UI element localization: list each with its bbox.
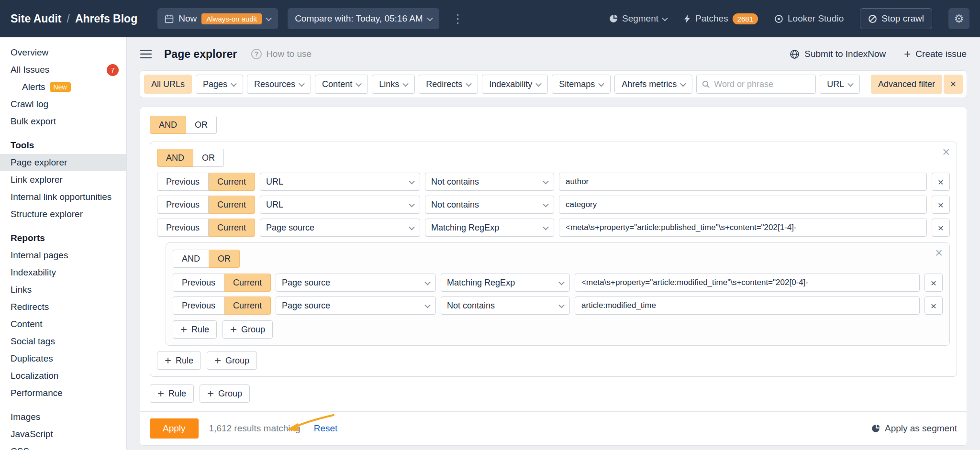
remove-group-button[interactable]: × <box>942 146 950 159</box>
remove-rule-button[interactable]: × <box>924 296 943 315</box>
previous-toggle-button[interactable]: Previous <box>157 173 209 191</box>
sidebar-item-content[interactable]: Content <box>0 316 126 333</box>
sidebar-item-label: Localization <box>11 371 58 381</box>
sidebar-item-page-explorer[interactable]: Page explorer <box>0 154 126 171</box>
breadcrumb-project[interactable]: Ahrefs Blog <box>75 12 137 25</box>
current-toggle-button[interactable]: Current <box>209 196 255 214</box>
remove-rule-button[interactable]: × <box>932 196 950 214</box>
filter-tab-all-urls[interactable]: All URLs <box>144 75 192 94</box>
and-toggle-button[interactable]: AND <box>173 250 209 268</box>
rule-value-input[interactable] <box>575 274 920 292</box>
menu-hamburger-icon[interactable] <box>140 49 152 59</box>
looker-studio-button[interactable]: Looker Studio <box>774 13 844 24</box>
add-group-button[interactable]: +Group <box>207 351 257 370</box>
add-group-button[interactable]: +Group <box>200 384 250 403</box>
field-select[interactable]: Page source <box>276 296 436 315</box>
current-toggle-button[interactable]: Current <box>209 219 255 237</box>
sidebar-item-structure-explorer[interactable]: Structure explorer <box>0 206 126 223</box>
filter-dropdown-ahrefs-metrics[interactable]: Ahrefs metrics <box>614 75 692 94</box>
sidebar-item-bulk-export[interactable]: Bulk export <box>0 113 126 130</box>
remove-group-button[interactable]: × <box>935 247 943 260</box>
apply-as-segment-button[interactable]: Apply as segment <box>871 423 957 434</box>
sidebar-item-css[interactable]: CSS <box>0 443 126 450</box>
field-select[interactable]: Page source <box>276 274 436 292</box>
sidebar-item-images[interactable]: Images <box>0 408 126 426</box>
sidebar-item-duplicates[interactable]: Duplicates <box>0 350 126 367</box>
operator-select[interactable]: Not contains <box>441 296 570 315</box>
patches-button[interactable]: Patches 2681 <box>683 13 758 24</box>
sidebar-item-all-issues[interactable]: All Issues 7 <box>0 61 126 78</box>
rule-value-input[interactable] <box>559 219 927 237</box>
current-toggle-button[interactable]: Current <box>224 274 271 292</box>
advanced-filter-button[interactable]: Advanced filter <box>871 75 942 94</box>
previous-toggle-button[interactable]: Previous <box>173 274 224 292</box>
current-toggle-button[interactable]: Current <box>209 173 255 191</box>
add-rule-button[interactable]: +Rule <box>157 351 201 370</box>
sidebar-item-overview[interactable]: Overview <box>0 44 126 61</box>
sidebar-item-indexability[interactable]: Indexability <box>0 264 126 281</box>
remove-rule-button[interactable]: × <box>932 219 950 237</box>
reset-link[interactable]: Reset <box>314 423 338 434</box>
and-toggle-button[interactable]: AND <box>150 116 186 134</box>
sidebar-item-internal-link-opportunities[interactable]: Internal link opportunities <box>0 188 126 206</box>
chevron-down-icon <box>543 224 549 230</box>
operator-select[interactable]: Matching RegExp <box>441 274 570 292</box>
sidebar-item-link-explorer[interactable]: Link explorer <box>0 171 126 188</box>
sidebar-item-alerts[interactable]: Alerts New <box>0 78 126 96</box>
filter-dropdown-links[interactable]: Links <box>372 75 415 94</box>
operator-select[interactable]: Not contains <box>425 173 554 191</box>
sidebar-item-localization[interactable]: Localization <box>0 367 126 384</box>
filter-dropdown-content[interactable]: Content <box>315 75 368 94</box>
sidebar-item-performance[interactable]: Performance <box>0 384 126 402</box>
or-toggle-button[interactable]: OR <box>209 250 240 268</box>
sidebar-item-redirects[interactable]: Redirects <box>0 298 126 316</box>
filter-dropdown-pages[interactable]: Pages <box>196 75 243 94</box>
remove-rule-button[interactable]: × <box>932 173 950 191</box>
add-controls: +Rule +Group <box>173 320 943 339</box>
advanced-filter-close-button[interactable]: × <box>944 75 963 94</box>
previous-toggle-button[interactable]: Previous <box>173 296 224 315</box>
stop-crawl-button[interactable]: Stop crawl <box>860 8 932 29</box>
sidebar-item-crawl-log[interactable]: Crawl log <box>0 96 126 113</box>
submit-indexnow-button[interactable]: Submit to IndexNow <box>790 49 886 59</box>
sidebar-item-links[interactable]: Links <box>0 281 126 298</box>
url-scope-dropdown[interactable]: URL <box>820 75 860 94</box>
previous-toggle-button[interactable]: Previous <box>157 196 209 214</box>
apply-button[interactable]: Apply <box>150 418 199 439</box>
compare-dropdown[interactable]: Compare with: Today, 05:16 AM <box>288 8 439 29</box>
sidebar-item-social-tags[interactable]: Social tags <box>0 333 126 350</box>
sidebar-item-javascript[interactable]: JavaScript <box>0 426 126 443</box>
segment-dropdown[interactable]: Segment <box>609 13 667 24</box>
rule-value-input[interactable] <box>559 173 927 191</box>
rule-value-input[interactable] <box>575 296 920 315</box>
operator-select[interactable]: Matching RegExp <box>425 219 554 237</box>
add-rule-button[interactable]: +Rule <box>150 384 194 403</box>
filter-dropdown-label: Content <box>322 79 352 89</box>
how-to-use-link[interactable]: ? How to use <box>251 49 312 59</box>
breadcrumb-site-audit[interactable]: Site Audit <box>11 12 61 25</box>
and-toggle-button[interactable]: AND <box>157 149 193 167</box>
add-rule-button[interactable]: +Rule <box>173 320 217 339</box>
field-select[interactable]: URL <box>260 196 420 214</box>
field-select[interactable]: URL <box>260 173 420 191</box>
operator-select[interactable]: Not contains <box>425 196 554 214</box>
filter-dropdown-indexability[interactable]: Indexability <box>482 75 548 94</box>
now-dropdown[interactable]: Now Always-on audit <box>157 8 278 29</box>
or-toggle-button[interactable]: OR <box>186 116 217 134</box>
previous-toggle-button[interactable]: Previous <box>157 219 209 237</box>
filter-dropdown-redirects[interactable]: Redirects <box>419 75 478 94</box>
current-toggle-button[interactable]: Current <box>224 296 271 315</box>
filter-dropdown-resources[interactable]: Resources <box>247 75 311 94</box>
rule-value-input[interactable] <box>559 196 927 214</box>
search-input[interactable] <box>714 79 810 89</box>
settings-gear-button[interactable]: ⚙ <box>948 8 969 29</box>
or-toggle-button[interactable]: OR <box>193 149 224 167</box>
create-issue-button[interactable]: + Create issue <box>904 48 967 60</box>
field-select[interactable]: Page source <box>260 219 420 237</box>
more-menu-icon[interactable]: ⋮ <box>452 12 464 25</box>
remove-rule-button[interactable]: × <box>924 274 943 292</box>
create-issue-label: Create issue <box>915 49 967 59</box>
filter-dropdown-sitemaps[interactable]: Sitemaps <box>552 75 611 94</box>
add-group-button[interactable]: +Group <box>223 320 273 339</box>
sidebar-item-internal-pages[interactable]: Internal pages <box>0 247 126 264</box>
